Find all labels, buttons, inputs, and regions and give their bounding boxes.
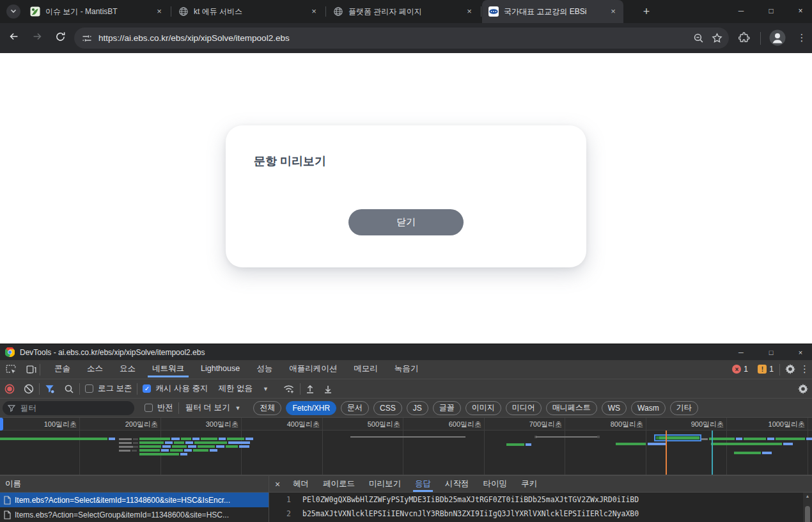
tab-close-icon[interactable]: × <box>608 6 618 17</box>
inspect-element-icon[interactable] <box>5 363 17 375</box>
response-scrollbar[interactable]: ▲ <box>803 493 812 522</box>
devtools-settings-gear-icon[interactable] <box>785 364 795 374</box>
filter-chip-기타[interactable]: 기타 <box>670 401 698 415</box>
bookmark-star-icon[interactable] <box>707 33 726 44</box>
zoom-out-icon[interactable] <box>689 33 707 44</box>
detail-tab-헤더[interactable]: 헤더 <box>286 476 316 492</box>
detail-tab-응답[interactable]: 응답 <box>408 476 438 492</box>
detail-tab-시작점[interactable]: 시작점 <box>438 476 476 492</box>
filter-chip-글꼴[interactable]: 글꼴 <box>433 401 461 415</box>
scrollbar-thumb[interactable] <box>805 506 810 522</box>
name-column-header[interactable]: 이름 <box>0 476 269 493</box>
filter-chip-이미지[interactable]: 이미지 <box>465 401 501 415</box>
devtools-tab-콘솔[interactable]: 콘솔 <box>46 360 79 377</box>
reload-button[interactable] <box>51 29 69 47</box>
waterfall-bar <box>776 438 805 440</box>
back-button[interactable] <box>5 29 23 47</box>
extensions-puzzle-icon[interactable] <box>735 29 753 47</box>
devtools-tab-녹음기[interactable]: 녹음기 <box>386 360 427 377</box>
network-conditions-icon[interactable] <box>283 384 295 394</box>
overview-drag-handle[interactable] <box>0 418 3 431</box>
profile-avatar[interactable] <box>769 29 786 47</box>
browser-tab-3[interactable]: 플랫폼 관리자 페이지× <box>327 0 480 23</box>
scroll-up-arrow-icon[interactable]: ▲ <box>803 494 812 498</box>
error-badge[interactable]: ×1 <box>732 365 748 374</box>
detail-tabbar: × 헤더페이로드미리보기응답시작점타이밍쿠키 <box>269 476 812 493</box>
export-har-icon[interactable] <box>324 384 332 394</box>
detail-tab-페이로드[interactable]: 페이로드 <box>316 476 362 492</box>
tab-close-icon[interactable]: × <box>464 6 474 17</box>
filter-input[interactable] <box>19 403 118 413</box>
close-detail-icon[interactable]: × <box>269 479 286 489</box>
grid-line <box>565 418 565 475</box>
request-row[interactable]: Items.ebs?Action=SelectGroup&itemId=1134… <box>0 507 269 522</box>
modal-close-button[interactable]: 닫기 <box>348 209 464 235</box>
filter-chip-Wasm[interactable]: Wasm <box>631 401 666 415</box>
forward-button[interactable] <box>28 29 46 47</box>
waterfall-bar <box>119 438 132 440</box>
browser-tab-1[interactable]: 이슈 보기 - MantisBT× <box>24 0 169 23</box>
filter-chip-CSS[interactable]: CSS <box>373 401 402 415</box>
window-close-button[interactable]: × <box>788 0 812 22</box>
filter-chip-미디어[interactable]: 미디어 <box>506 401 542 415</box>
devtools-tab-네트워크[interactable]: 네트워크 <box>144 360 192 377</box>
waterfall-bar <box>188 445 196 448</box>
browser-menu-dots[interactable]: ⋮ <box>793 29 811 47</box>
devtools-maximize-button[interactable]: □ <box>758 344 784 360</box>
tab-close-icon[interactable]: × <box>154 6 164 17</box>
clear-network-log-button[interactable] <box>24 384 34 394</box>
filter-chip-Fetch/XHR[interactable]: Fetch/XHR <box>286 401 336 415</box>
devtools-tab-요소[interactable]: 요소 <box>111 360 144 377</box>
filter-funnel-icon[interactable] <box>45 384 54 393</box>
devtools-menu-dots[interactable]: ⋮ <box>800 363 809 375</box>
devtools-tab-메모리[interactable]: 메모리 <box>345 360 386 377</box>
filter-chip-매니페스트[interactable]: 매니페스트 <box>546 401 597 415</box>
detail-tab-타이밍[interactable]: 타이밍 <box>476 476 515 492</box>
browser-tab-4[interactable]: 국가대표 고교강의 EBSi× <box>482 0 623 23</box>
new-tab-button[interactable]: + <box>639 4 654 20</box>
more-filters-dropdown[interactable]: 필터 더 보기 <box>185 402 230 413</box>
devtools-minimize-button[interactable]: ─ <box>728 344 754 360</box>
filter-chip-JS[interactable]: JS <box>407 401 428 415</box>
throttling-select[interactable]: 제한 없음 <box>218 383 252 394</box>
detail-tab-미리보기[interactable]: 미리보기 <box>362 476 408 492</box>
filter-chip-문서[interactable]: 문서 <box>341 401 369 415</box>
devtools-close-button[interactable]: × <box>788 344 812 360</box>
filter-chip-WS[interactable]: WS <box>602 401 627 415</box>
throttling-caret-icon[interactable]: ▼ <box>263 386 269 392</box>
tab-search-button[interactable] <box>6 4 20 19</box>
waterfall-bar <box>736 438 742 440</box>
import-har-icon[interactable] <box>306 384 315 394</box>
devtools-tab-Lighthouse[interactable]: Lighthouse <box>192 360 248 377</box>
url-text[interactable]: https://ai.ebs.co.kr/ebs/xip/xipSolve/it… <box>98 33 689 43</box>
warning-badge[interactable]: !1 <box>758 365 774 374</box>
record-network-log-button[interactable] <box>4 384 15 394</box>
address-bar[interactable]: https://ai.ebs.co.kr/ebs/xip/xipSolve/it… <box>74 28 729 49</box>
devtools-tab-소스[interactable]: 소스 <box>79 360 111 377</box>
back-arrow-icon <box>8 31 20 45</box>
waterfall-bar <box>216 445 224 448</box>
devtools-tab-애플리케이션[interactable]: 애플리케이션 <box>281 360 345 377</box>
document-icon <box>4 510 11 519</box>
request-row[interactable]: Item.ebs?Action=Select&itemId=11348600&s… <box>0 493 269 507</box>
invert-checkbox[interactable] <box>144 404 153 412</box>
filter-chip-전체[interactable]: 전체 <box>253 401 281 415</box>
detail-tab-쿠키[interactable]: 쿠키 <box>514 476 544 492</box>
filter-input-box[interactable] <box>3 401 134 415</box>
more-filters-caret-icon[interactable]: ▼ <box>235 405 240 411</box>
network-settings-gear-icon[interactable] <box>798 384 808 394</box>
device-toolbar-icon[interactable] <box>26 363 37 375</box>
selected-request-bar[interactable] <box>654 434 701 441</box>
tab-close-icon[interactable]: × <box>309 6 319 17</box>
response-body[interactable]: 1PEl0ZW0gQXBwbHlZZWFyPSIyMDE3IiBDb25maXJ… <box>269 493 803 522</box>
browser-tab-2[interactable]: kt 에듀 서비스× <box>172 0 324 23</box>
grid-line <box>322 418 323 475</box>
devtools-tab-성능[interactable]: 성능 <box>248 360 281 377</box>
window-maximize-button[interactable]: □ <box>758 0 784 22</box>
disable-cache-checkbox[interactable]: ✓ <box>143 384 151 393</box>
site-settings-icon[interactable] <box>82 33 92 44</box>
window-minimize-button[interactable]: ─ <box>728 0 754 22</box>
network-overview-waterfall[interactable]: 100밀리초200밀리초300밀리초400밀리초500밀리초600밀리초700밀… <box>0 418 812 475</box>
search-icon[interactable] <box>64 384 74 394</box>
preserve-log-checkbox[interactable] <box>85 384 93 393</box>
